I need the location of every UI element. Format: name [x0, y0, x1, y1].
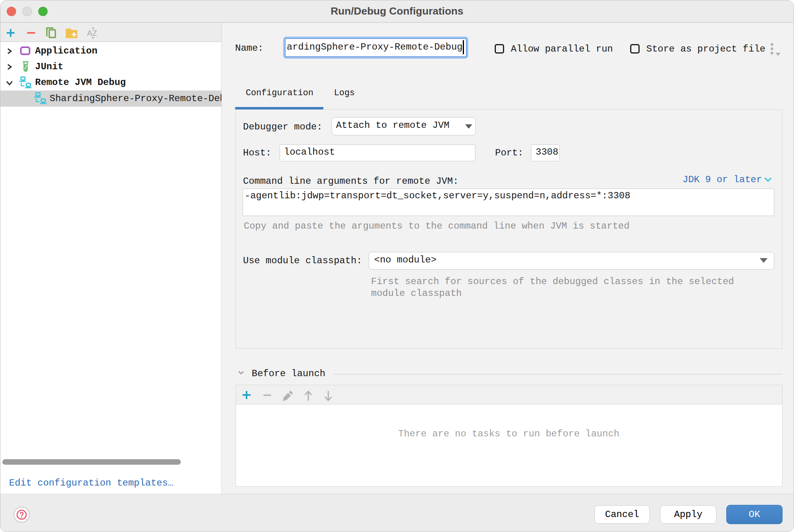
- svg-text:AZ: AZ: [87, 28, 97, 37]
